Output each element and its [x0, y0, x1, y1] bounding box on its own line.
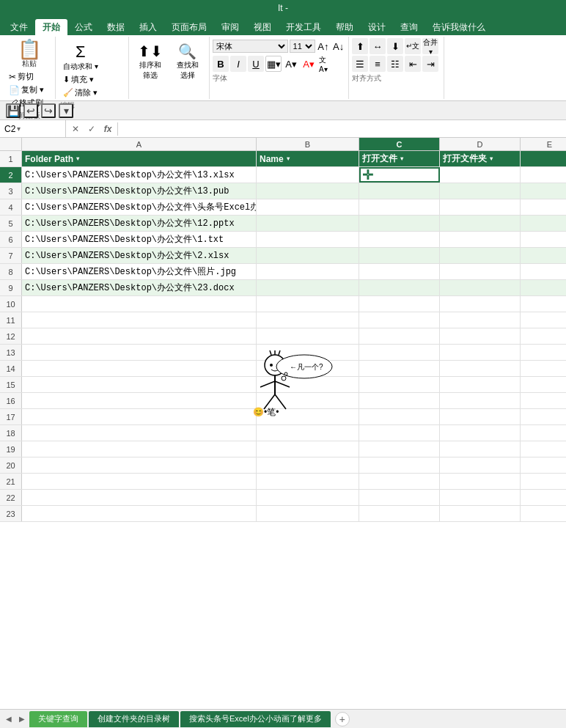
table-cell[interactable]	[440, 248, 521, 263]
table-cell[interactable]	[440, 377, 521, 392]
ribbon-tab-查询[interactable]: 查询	[393, 19, 425, 35]
col-header-d[interactable]: D	[440, 138, 521, 150]
ribbon-tab-视图[interactable]: 视图	[246, 19, 279, 35]
redo-button[interactable]: ↪	[41, 103, 56, 118]
table-cell[interactable]	[440, 441, 521, 457]
table-cell[interactable]	[359, 425, 440, 441]
table-cell[interactable]	[257, 296, 359, 312]
table-cell[interactable]	[440, 296, 521, 312]
table-cell[interactable]	[257, 232, 359, 247]
table-cell[interactable]	[257, 425, 359, 441]
filter-arrow-icon[interactable]: ▾	[287, 155, 290, 162]
table-cell[interactable]	[257, 490, 359, 505]
ribbon-tab-页面布局[interactable]: 页面布局	[164, 19, 214, 35]
table-cell[interactable]	[359, 409, 440, 424]
table-cell[interactable]	[440, 345, 521, 360]
formula-input[interactable]	[118, 124, 566, 134]
table-cell[interactable]	[440, 425, 521, 441]
ribbon-tab-开发工具[interactable]: 开发工具	[279, 19, 328, 35]
table-cell[interactable]	[359, 490, 440, 505]
table-cell[interactable]	[359, 328, 440, 344]
table-cell[interactable]	[521, 280, 566, 295]
col-header-e[interactable]: E	[521, 138, 566, 150]
fill-color-button[interactable]: A▾	[283, 56, 299, 72]
table-cell[interactable]: 打开文件夹▾	[440, 151, 521, 166]
sheet-tab[interactable]: 关键字查询	[29, 711, 87, 727]
table-cell[interactable]	[440, 183, 521, 199]
bold-button[interactable]: B	[213, 56, 229, 72]
fx-icon[interactable]: fx	[101, 122, 114, 136]
table-cell[interactable]	[521, 199, 566, 215]
table-cell[interactable]	[521, 377, 566, 392]
table-cell[interactable]	[440, 490, 521, 505]
table-cell[interactable]	[440, 167, 521, 183]
ribbon-tab-公式[interactable]: 公式	[67, 19, 100, 35]
customize-qa-button[interactable]: ▾	[59, 103, 73, 118]
wenzishu-button[interactable]: 文A▾	[318, 56, 334, 72]
table-cell[interactable]	[440, 409, 521, 424]
save-button[interactable]: 💾	[6, 103, 21, 118]
table-cell[interactable]	[521, 425, 566, 441]
align-right-button[interactable]: ☷	[387, 56, 403, 72]
table-cell[interactable]	[521, 441, 566, 457]
table-cell[interactable]	[359, 296, 440, 312]
table-cell[interactable]: C:\Users\PANZERS\Desktop\办公文件\13.pub	[22, 183, 257, 199]
table-cell[interactable]	[257, 457, 359, 473]
table-cell[interactable]	[440, 393, 521, 408]
table-cell[interactable]	[257, 199, 359, 215]
table-cell[interactable]	[359, 264, 440, 279]
find-select-button[interactable]: 🔍 查找和选择	[171, 41, 205, 82]
wrap-text-button[interactable]: ↵文	[405, 38, 421, 54]
table-cell[interactable]	[440, 216, 521, 231]
col-header-c[interactable]: C	[359, 138, 440, 150]
table-cell[interactable]	[257, 328, 359, 344]
table-cell[interactable]	[359, 377, 440, 392]
table-cell[interactable]	[257, 216, 359, 231]
table-cell[interactable]	[257, 248, 359, 263]
autosum-button[interactable]: Σ 自动求和 ▾	[60, 41, 101, 73]
table-cell[interactable]	[22, 328, 257, 344]
cut-button[interactable]: ✂ 剪切	[6, 70, 52, 83]
table-cell[interactable]	[521, 474, 566, 489]
table-cell[interactable]: 打开文件▾	[359, 151, 440, 166]
font-size-decrease-button[interactable]: A↓	[331, 38, 345, 54]
table-cell[interactable]	[359, 280, 440, 295]
table-cell[interactable]	[22, 490, 257, 505]
table-cell[interactable]	[521, 490, 566, 505]
ribbon-tab-设计[interactable]: 设计	[361, 19, 393, 35]
table-cell[interactable]	[440, 328, 521, 344]
table-cell[interactable]	[22, 361, 257, 376]
table-cell[interactable]	[359, 506, 440, 521]
table-cell[interactable]	[521, 151, 566, 166]
table-cell[interactable]: C:\Users\PANZERS\Desktop\办公文件\头条号Excel办公…	[22, 199, 257, 215]
table-cell[interactable]	[440, 457, 521, 473]
table-cell[interactable]	[359, 361, 440, 376]
table-cell[interactable]: Folder Path▾	[22, 151, 257, 166]
table-cell[interactable]	[521, 167, 566, 183]
table-cell[interactable]	[440, 312, 521, 328]
filter-arrow-icon[interactable]: ▾	[400, 155, 403, 162]
italic-button[interactable]: I	[230, 56, 246, 72]
table-cell[interactable]	[359, 199, 440, 215]
confirm-icon[interactable]: ✓	[85, 122, 98, 136]
table-cell[interactable]: C:\Users\PANZERS\Desktop\办公文件\2.xlsx	[22, 248, 257, 263]
table-cell[interactable]	[521, 328, 566, 344]
table-cell[interactable]	[521, 232, 566, 247]
table-cell[interactable]	[22, 312, 257, 328]
table-cell[interactable]: Name▾	[257, 151, 359, 166]
table-cell[interactable]	[22, 441, 257, 457]
cancel-icon[interactable]: ✕	[69, 122, 82, 136]
table-cell[interactable]: C:\Users\PANZERS\Desktop\办公文件\23.docx	[22, 280, 257, 295]
table-cell[interactable]	[22, 296, 257, 312]
ribbon-tab-审阅[interactable]: 审阅	[214, 19, 246, 35]
align-bottom-button[interactable]: ⬇	[387, 38, 403, 54]
col-header-b[interactable]: B	[257, 138, 359, 150]
table-cell[interactable]	[359, 393, 440, 408]
table-cell[interactable]: C:\Users\PANZERS\Desktop\办公文件\13.xlsx	[22, 167, 257, 183]
border-button[interactable]: ▦▾	[265, 56, 282, 72]
table-cell[interactable]	[521, 248, 566, 263]
table-cell[interactable]	[521, 361, 566, 376]
table-cell[interactable]	[521, 183, 566, 199]
table-cell[interactable]	[440, 280, 521, 295]
table-cell[interactable]	[22, 377, 257, 392]
